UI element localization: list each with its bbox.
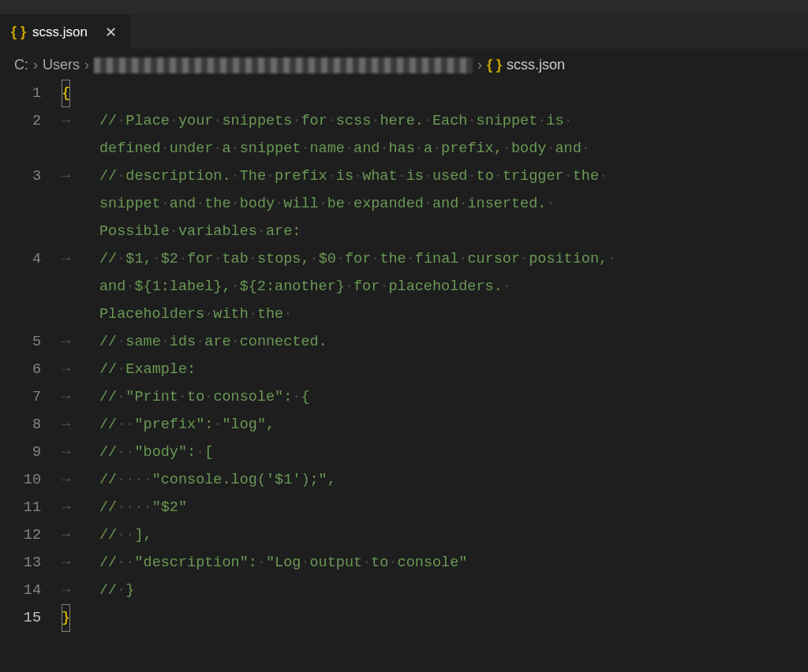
tab-bar: { } scss.json ✕ [0, 14, 808, 49]
code-line[interactable]: → //·Place·your·snippets·for·scss·here.·… [62, 107, 784, 135]
comment-text: //·Example: [99, 356, 196, 383]
comment-text: //·Place·your·snippets·for·scss·here.·Ea… [99, 107, 573, 135]
comment-text: //··"description":·"Log·output·to·consol… [99, 549, 467, 577]
whitespace-tab: → [62, 411, 99, 439]
whitespace-tab: → [62, 356, 99, 383]
comment-text: Possible·variables·are: [99, 218, 301, 245]
code-line[interactable]: → //····"console.log('$1');", [62, 466, 784, 494]
line-number: 9 [0, 439, 41, 466]
code-line[interactable]: } [62, 604, 784, 632]
line-number: 14 [0, 577, 41, 604]
breadcrumb-redacted-path [94, 58, 473, 73]
line-number-wrap [0, 190, 41, 218]
chevron-right-icon: › [33, 57, 38, 73]
whitespace-tab: → [62, 466, 99, 494]
code-line[interactable]: → //··"prefix":·"log", [62, 411, 784, 439]
close-icon[interactable]: ✕ [102, 22, 120, 43]
comment-text: //·description.·The·prefix·is·what·is·us… [99, 162, 608, 190]
line-number: 7 [0, 383, 41, 411]
whitespace-tab: → [62, 162, 99, 190]
comment-text: and·${1:label},·${2:another}·for·placeho… [99, 273, 511, 301]
whitespace-tab: → [62, 328, 99, 356]
comment-text: //··"prefix":·"log", [99, 411, 275, 439]
line-number: 13 [0, 549, 41, 577]
tab-scss-json[interactable]: { } scss.json ✕ [0, 14, 131, 49]
line-number: 1 [0, 80, 41, 107]
json-icon: { } [487, 57, 502, 73]
tab-bar-spacer [131, 14, 808, 49]
line-number: 2 [0, 107, 41, 135]
whitespace-tab: → [62, 549, 99, 577]
title-bar [0, 0, 808, 14]
line-number: 11 [0, 494, 41, 521]
chevron-right-icon: › [477, 57, 482, 73]
comment-text: //·} [99, 577, 134, 604]
comment-text: //··], [99, 521, 152, 549]
whitespace-tab: → [62, 521, 99, 549]
line-number: 12 [0, 521, 41, 549]
line-number-wrap [0, 301, 41, 328]
brace-open: { [62, 80, 70, 107]
json-icon: { } [11, 24, 26, 40]
code-line[interactable]: → //····"$2" [62, 494, 784, 521]
code-line[interactable]: → //·$1,·$2·for·tab·stops,·$0·for·the·fi… [62, 245, 784, 273]
line-number-wrap [0, 218, 41, 245]
comment-text: //·$1,·$2·for·tab·stops,·$0·for·the·fina… [99, 245, 616, 273]
comment-text: Placeholders·with·the· [99, 301, 292, 328]
brace-close: } [62, 604, 70, 632]
code-line[interactable]: → //·description.·The·prefix·is·what·is·… [62, 162, 784, 190]
whitespace-tab: → [62, 577, 99, 604]
line-number: 6 [0, 356, 41, 383]
whitespace-tab: → [62, 245, 99, 273]
line-number: 4 [0, 245, 41, 273]
line-number: 3 [0, 162, 41, 190]
whitespace-tab: → [62, 383, 99, 411]
line-number-wrap [0, 135, 41, 162]
comment-text: snippet·and·the·body·will·be·expanded·an… [99, 190, 555, 218]
whitespace-tab: → [62, 494, 99, 521]
line-number: 15 [0, 604, 41, 632]
code-line[interactable]: → //·same·ids·are·connected. [62, 328, 784, 356]
whitespace-tab: → [62, 107, 99, 135]
line-number-gutter: 1 2 3 4 5 6 7 8 9 10 11 12 13 14 15 [0, 80, 62, 632]
breadcrumb-root[interactable]: C: [14, 57, 28, 73]
breadcrumb[interactable]: C: › Users › › { } scss.json [0, 49, 808, 80]
chevron-right-icon: › [84, 57, 89, 73]
comment-text: //··"body":·[ [99, 439, 213, 466]
line-number: 10 [0, 466, 41, 494]
code-line[interactable]: snippet·and·the·body·will·be·expanded·an… [62, 190, 784, 218]
comment-text: defined·under·a·snippet·name·and·has·a·p… [99, 135, 590, 162]
line-number-wrap [0, 273, 41, 301]
code-line[interactable]: → //··"body":·[ [62, 439, 784, 466]
comment-text: //····"$2" [99, 494, 187, 521]
line-number: 8 [0, 411, 41, 439]
comment-text: //····"console.log('$1');", [99, 466, 336, 494]
code-line[interactable]: → //··], [62, 521, 784, 549]
code-line[interactable]: → //··"description":·"Log·output·to·cons… [62, 549, 784, 577]
code-line[interactable]: defined·under·a·snippet·name·and·has·a·p… [62, 135, 784, 162]
comment-text: //·same·ids·are·connected. [99, 328, 327, 356]
code-line[interactable]: → //·} [62, 577, 784, 604]
code-line[interactable]: → //·"Print·to·console":·{ [62, 383, 784, 411]
code-editor[interactable]: 1 2 3 4 5 6 7 8 9 10 11 12 13 14 15 { → … [0, 80, 808, 663]
code-line[interactable]: Possible·variables·are: [62, 218, 784, 245]
code-area[interactable]: { → //·Place·your·snippets·for·scss·here… [62, 80, 808, 632]
code-line[interactable]: → //·Example: [62, 356, 784, 383]
breadcrumb-filename[interactable]: scss.json [507, 57, 565, 73]
comment-text: //·"Print·to·console":·{ [99, 383, 310, 411]
code-line[interactable]: { [62, 80, 784, 107]
whitespace-tab: → [62, 439, 99, 466]
line-number: 5 [0, 328, 41, 356]
tab-label: scss.json [32, 24, 88, 40]
code-line[interactable]: and·${1:label},·${2:another}·for·placeho… [62, 273, 784, 301]
breadcrumb-users[interactable]: Users [43, 57, 80, 73]
code-line[interactable]: Placeholders·with·the· [62, 301, 784, 328]
